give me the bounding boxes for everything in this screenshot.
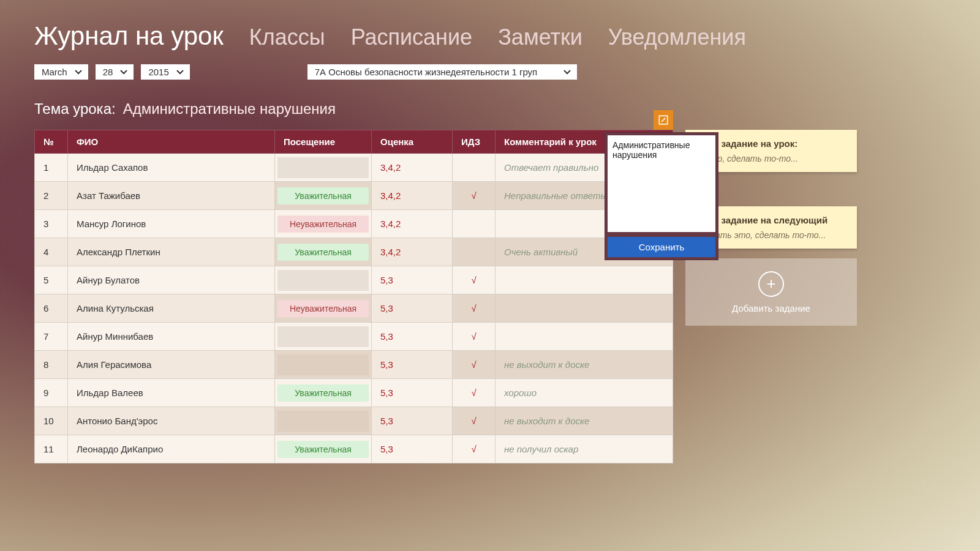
grade-cell[interactable]: 5,3 <box>372 444 452 454</box>
attendance-cell[interactable]: Уважительная <box>277 244 369 261</box>
student-name: Айнур Миннибаев <box>68 331 274 342</box>
grade-cell[interactable]: 3,4,2 <box>372 219 452 229</box>
attendance-cell[interactable] <box>277 270 369 291</box>
idz-cell[interactable]: √ <box>453 190 495 201</box>
row-number: 1 <box>35 162 67 173</box>
idz-cell[interactable]: √ <box>453 275 495 285</box>
student-name: Ильдар Валеев <box>68 388 274 398</box>
nav-notifications[interactable]: Уведомления <box>608 24 746 50</box>
table-row[interactable]: 3Мансур ЛогиновНеуважительная3,4,2 <box>35 210 673 238</box>
student-name: Айнур Булатов <box>68 275 274 285</box>
idz-cell[interactable]: √ <box>453 331 495 342</box>
idz-cell[interactable]: √ <box>453 416 495 426</box>
idz-cell[interactable]: √ <box>453 444 495 454</box>
table-row[interactable]: 2Азат ТажибаевУважительная3,4,2√Неправил… <box>35 182 673 210</box>
col-idz: ИДЗ <box>453 130 496 154</box>
day-value: 28 <box>103 67 113 77</box>
students-table: № ФИО Посещение Оценка ИДЗ Комментарий к… <box>34 130 673 463</box>
row-number: 3 <box>35 219 67 229</box>
day-dropdown[interactable]: 28 <box>96 64 134 80</box>
row-number: 11 <box>35 444 67 454</box>
lesson-topic-value: Административные нарушения <box>123 100 336 118</box>
student-name: Алия Герасимова <box>68 359 274 370</box>
student-name: Леонардо ДиКаприо <box>68 444 274 454</box>
row-number: 5 <box>35 275 67 285</box>
row-number: 8 <box>35 359 67 370</box>
attendance-cell[interactable]: Уважительная <box>277 441 369 458</box>
table-row[interactable]: 5Айнур Булатов5,3√ <box>35 266 673 294</box>
table-row[interactable]: 8Алия Герасимова5,3√не выходит к доске <box>35 351 673 379</box>
edit-topic-popup: Сохранить <box>605 132 718 260</box>
month-dropdown[interactable]: March <box>34 64 88 80</box>
idz-cell[interactable]: √ <box>453 388 495 398</box>
comment-cell[interactable]: не выходит к доске <box>496 416 673 426</box>
attendance-cell[interactable] <box>277 354 369 375</box>
student-name: Александр Плеткин <box>68 247 274 257</box>
table-row[interactable]: 7Айнур Миннибаев5,3√ <box>35 323 673 351</box>
table-row[interactable]: 9Ильдар ВалеевУважительная5,3√хорошо <box>35 379 673 407</box>
grade-cell[interactable]: 5,3 <box>372 303 452 313</box>
plus-icon: + <box>758 271 784 297</box>
subject-value: 7А Основы безопасности жизнедеятельности… <box>315 67 537 77</box>
grade-cell[interactable]: 5,3 <box>372 275 452 285</box>
grade-cell[interactable]: 3,4,2 <box>372 162 452 173</box>
student-name: Азат Тажибаев <box>68 190 274 201</box>
table-row[interactable]: 6Алина КутульскаяНеуважительная5,3√ <box>35 294 673 323</box>
pencil-square-icon <box>658 114 669 126</box>
add-task-button[interactable]: + Добавить задание <box>685 258 857 326</box>
grade-cell[interactable]: 3,4,2 <box>372 190 452 201</box>
row-number: 10 <box>35 416 67 426</box>
comment-cell[interactable]: не получил оскар <box>496 444 673 454</box>
save-button[interactable]: Сохранить <box>608 237 715 257</box>
attendance-cell[interactable] <box>277 411 369 432</box>
student-name: Ильдар Сахапов <box>68 162 274 173</box>
grade-cell[interactable]: 5,3 <box>372 416 452 426</box>
attendance-cell[interactable]: Неуважительная <box>277 300 369 317</box>
row-number: 7 <box>35 331 67 342</box>
nav-classes[interactable]: Классы <box>249 24 325 50</box>
grade-cell[interactable]: 5,3 <box>372 331 452 342</box>
col-grade: Оценка <box>372 130 453 154</box>
chevron-down-icon <box>120 69 127 76</box>
grade-cell[interactable]: 5,3 <box>372 388 452 398</box>
col-name: ФИО <box>68 130 275 154</box>
year-value: 2015 <box>148 67 168 77</box>
chevron-down-icon <box>75 69 82 76</box>
edit-topic-button[interactable] <box>654 110 673 130</box>
subject-dropdown[interactable]: 7А Основы безопасности жизнедеятельности… <box>307 64 577 80</box>
student-name: Алина Кутульская <box>68 303 274 313</box>
attendance-cell[interactable] <box>277 157 369 178</box>
row-number: 4 <box>35 247 67 257</box>
table-row[interactable]: 4Александр ПлеткинУважительная3,4,2Очень… <box>35 238 673 266</box>
topic-textarea[interactable] <box>608 135 715 232</box>
attendance-cell[interactable] <box>277 326 369 347</box>
col-num: № <box>35 130 68 154</box>
table-row[interactable]: 11Леонардо ДиКаприоУважительная5,3√не по… <box>35 435 673 463</box>
comment-cell[interactable]: хорошо <box>496 388 673 398</box>
year-dropdown[interactable]: 2015 <box>141 64 189 80</box>
idz-cell[interactable]: √ <box>453 303 495 313</box>
app-title: Журнал на урок <box>34 21 224 51</box>
student-name: Антонио Банд'эрос <box>68 416 274 426</box>
attendance-cell[interactable]: Уважительная <box>277 187 369 204</box>
row-number: 2 <box>35 190 67 201</box>
attendance-cell[interactable]: Неуважительная <box>277 216 369 233</box>
grade-cell[interactable]: 3,4,2 <box>372 247 452 257</box>
chevron-down-icon <box>176 69 184 76</box>
col-attend: Посещение <box>275 130 372 154</box>
add-task-label: Добавить задание <box>732 303 810 313</box>
chevron-down-icon <box>564 69 571 76</box>
student-name: Мансур Логинов <box>68 219 274 229</box>
table-row[interactable]: 1Ильдар Сахапов3,4,2Отвечает правильно <box>35 154 673 182</box>
lesson-topic-label: Тема урока: <box>34 100 116 118</box>
month-value: March <box>42 67 67 77</box>
attendance-cell[interactable]: Уважительная <box>277 384 369 402</box>
comment-cell[interactable]: не выходит к доске <box>496 359 673 370</box>
row-number: 6 <box>35 303 67 313</box>
table-row[interactable]: 10Антонио Банд'эрос5,3√не выходит к доск… <box>35 407 673 435</box>
idz-cell[interactable]: √ <box>453 359 495 370</box>
nav-schedule[interactable]: Расписание <box>351 24 472 50</box>
grade-cell[interactable]: 5,3 <box>372 359 452 370</box>
row-number: 9 <box>35 388 67 398</box>
nav-notes[interactable]: Заметки <box>498 24 582 50</box>
